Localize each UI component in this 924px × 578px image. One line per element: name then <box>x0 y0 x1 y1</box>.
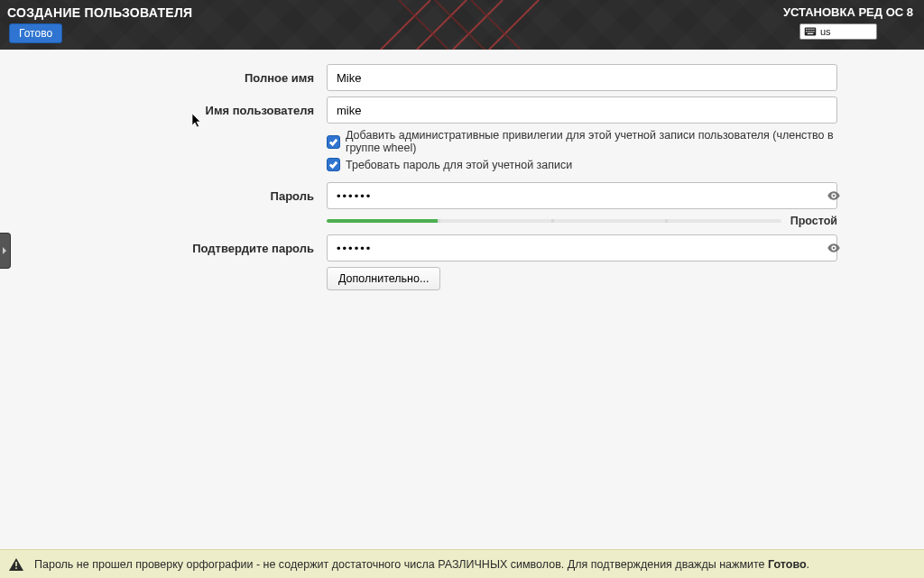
eye-icon <box>827 241 841 255</box>
confirm-toggle-visibility[interactable] <box>823 237 845 259</box>
require-password-label[interactable]: Требовать пароль для этой учетной записи <box>346 159 572 171</box>
row-username: Имя пользователя <box>74 96 850 124</box>
password-toggle-visibility[interactable] <box>823 185 845 206</box>
eye-icon <box>827 188 841 203</box>
advanced-button[interactable]: Дополнительно... <box>327 267 440 290</box>
content-area: Полное имя Имя пользователя Добавить адм… <box>0 50 924 546</box>
require-password-checkbox[interactable] <box>327 158 340 171</box>
svg-rect-11 <box>808 33 814 34</box>
warning-icon <box>9 558 23 571</box>
svg-rect-13 <box>15 567 17 569</box>
svg-rect-5 <box>813 29 814 30</box>
row-password: Пароль <box>74 182 850 209</box>
row-fullname: Полное имя <box>74 64 850 91</box>
password-input[interactable] <box>327 182 837 209</box>
fullname-input[interactable] <box>327 64 837 91</box>
svg-rect-9 <box>811 31 812 32</box>
row-advanced: Дополнительно... <box>327 267 850 290</box>
svg-rect-6 <box>806 31 807 32</box>
confirm-password-input[interactable] <box>327 234 837 261</box>
confirm-label: Подтвердите пароль <box>74 242 327 255</box>
check-icon <box>328 160 338 170</box>
admin-checkbox-label[interactable]: Добавить административные привилегии для… <box>346 129 850 154</box>
password-strength-row: Простой <box>327 215 837 227</box>
svg-rect-8 <box>809 31 810 32</box>
username-label: Имя пользователя <box>74 104 327 117</box>
warning-text: Пароль не прошел проверку орфографии - н… <box>34 558 809 571</box>
fullname-label: Полное имя <box>74 71 327 85</box>
username-input[interactable] <box>327 96 837 124</box>
header-bar: СОЗДАНИЕ ПОЛЬЗОВАТЕЛЯ Готово УСТАНОВКА Р… <box>0 0 924 50</box>
check-icon <box>328 137 338 147</box>
svg-rect-4 <box>811 29 812 30</box>
header-decoration <box>327 0 597 50</box>
password-label: Пароль <box>74 189 327 203</box>
row-admin-checkbox: Добавить административные привилегии для… <box>327 129 850 154</box>
keyboard-layout-text: us <box>820 26 831 37</box>
warning-footer: Пароль не прошел проверку орфографии - н… <box>0 549 924 578</box>
user-form: Полное имя Имя пользователя Добавить адм… <box>74 64 850 290</box>
row-confirm: Подтвердите пароль <box>74 234 850 261</box>
side-expand-tab[interactable] <box>0 233 11 269</box>
admin-checkbox[interactable] <box>327 135 340 149</box>
svg-rect-7 <box>808 31 808 32</box>
page-title: СОЗДАНИЕ ПОЛЬЗОВАТЕЛЯ <box>7 5 192 20</box>
svg-rect-10 <box>813 31 814 32</box>
row-requirepw-checkbox: Требовать пароль для этой учетной записи <box>327 158 850 171</box>
svg-rect-2 <box>808 29 808 30</box>
svg-rect-1 <box>806 29 807 30</box>
keyboard-icon <box>804 27 817 36</box>
password-strength-bar <box>327 219 781 223</box>
installer-title: УСТАНОВКА РЕД ОС 8 <box>783 5 913 19</box>
svg-rect-12 <box>15 562 17 566</box>
keyboard-layout-indicator[interactable]: us <box>799 23 877 40</box>
svg-rect-3 <box>809 29 810 30</box>
password-strength-text: Простой <box>790 215 837 227</box>
done-button[interactable]: Готово <box>9 23 62 43</box>
chevron-right-icon <box>2 246 8 255</box>
